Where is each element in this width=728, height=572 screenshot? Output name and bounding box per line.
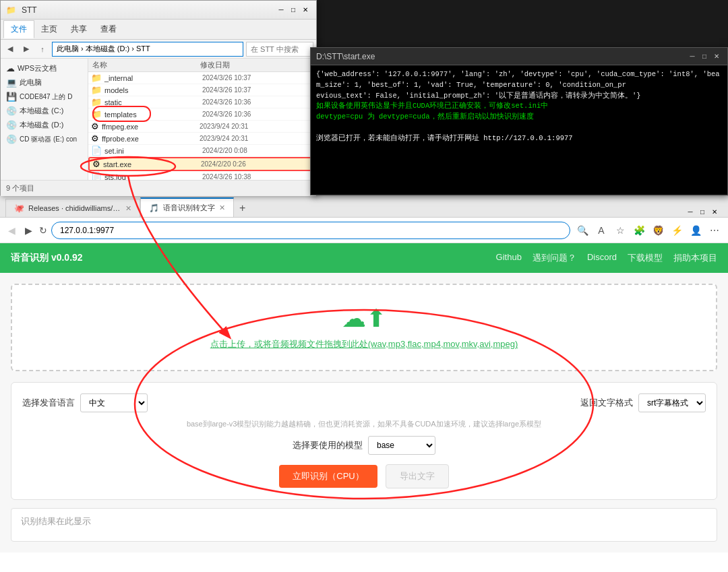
file-list-item[interactable]: 📄 sts.log 2024/3/26 10:38 — [88, 171, 316, 180]
terminal-close[interactable]: ✕ — [711, 51, 722, 62]
left-panel-item[interactable]: 💿 本地磁盘 (C:) — [1, 104, 88, 118]
close-button[interactable]: ✕ — [300, 5, 311, 15]
nav-issue[interactable]: 遇到问题？ — [533, 252, 576, 264]
disk-c-icon: 💿 — [6, 106, 17, 116]
top-controls-row: 选择发音语言 中文English日本語 返回文字格式 srt字幕格式纯文本vtt… — [22, 393, 706, 412]
action-row: 立即识别（CPU） 导出文字 — [22, 464, 706, 488]
tab-label-github: Releases · chididwilliams/buzz — [28, 204, 121, 212]
ribbon-tab-share[interactable]: 共享 — [64, 21, 94, 38]
file-list-item[interactable]: 📁 templates 2024/3/26 10:36 — [88, 108, 316, 121]
terminal-window: D:\STT\start.exe ─ □ ✕ {'web_address': '… — [310, 47, 728, 195]
terminal-line: {'web_address': '127.0.0.1:9977', 'lang'… — [316, 69, 722, 91]
nav-discord[interactable]: Discord — [587, 252, 617, 264]
file-item-icon: ⚙ — [92, 159, 100, 169]
recognize-button[interactable]: 立即识别（CPU） — [279, 465, 377, 488]
terminal-line: 如果设备使用英伟达显卡并且CUDA环境已正确安装，可修改set.ini中 — [316, 101, 722, 112]
ribbon-tab-home[interactable]: 主页 — [34, 21, 64, 38]
terminal-maximize[interactable]: □ — [699, 51, 710, 62]
address-path[interactable]: 此电脑 › 本地磁盘 (D:) › STT — [52, 42, 243, 57]
cloud-icon: ☁ — [6, 63, 15, 73]
file-item-icon: 📁 — [91, 109, 102, 119]
new-tab-button[interactable]: + — [234, 199, 251, 217]
left-panel-item[interactable]: 💿 CD 驱动器 (E:) con — [1, 132, 88, 146]
computer-icon: 💻 — [6, 77, 17, 88]
browser-close[interactable]: ✕ — [709, 206, 720, 217]
back-button[interactable]: ◀ — [3, 42, 17, 56]
left-panel-item[interactable]: 💻 此电脑 — [1, 75, 88, 90]
file-item-name: ffprobe.exe — [102, 135, 200, 143]
nav-github[interactable]: Github — [496, 252, 522, 264]
file-list-item[interactable]: 📁 models 2024/3/26 10:37 — [88, 84, 316, 96]
left-panel-item[interactable]: 💾 CODE847 上的 D — [1, 90, 88, 104]
file-item-icon: 📁 — [91, 85, 102, 95]
search-input[interactable] — [246, 42, 313, 57]
column-date: 修改日期 — [196, 59, 284, 71]
file-list-item[interactable]: ⚙ ffmpeg.exe 2023/9/24 20:31 — [88, 121, 316, 133]
forward-button[interactable]: ▶ — [20, 42, 33, 56]
format-select[interactable]: srt字幕格式纯文本vtt字幕格式 — [638, 393, 706, 412]
file-item-icon: ⚙ — [91, 133, 99, 144]
translate-icon[interactable]: A — [593, 222, 609, 239]
file-list-item[interactable]: 📁 _internal 2024/3/26 10:37 — [88, 72, 316, 84]
sync-icon[interactable]: ⚡ — [669, 222, 685, 239]
tab-bar: 🐙 Releases · chididwilliams/buzz ✕ 🎵 语音识… — [0, 196, 728, 218]
file-item-date: 2024/3/26 10:36 — [202, 98, 290, 106]
tab-close-github[interactable]: ✕ — [125, 204, 131, 213]
ribbon-tab-file[interactable]: 文件 — [3, 20, 34, 38]
browser-address-bar[interactable] — [51, 222, 570, 239]
drive-icon: 💾 — [6, 92, 17, 102]
browser-toolbar: ◀ ▶ ↻ 🔍 A ☆ 🧩 🦁 ⚡ 👤 ⋯ — [0, 218, 728, 243]
explorer-body: ☁ WPS云文档 💻 此电脑 💾 CODE847 上的 D 💿 本地磁盘 (C:… — [1, 59, 316, 180]
terminal-line: evious_text': False, 'initial_prompt_zh'… — [316, 91, 722, 102]
file-item-date: 2024/3/26 10:38 — [202, 173, 290, 180]
file-list-item[interactable]: 📁 static 2024/3/26 10:36 — [88, 96, 316, 108]
file-item-icon: 📁 — [91, 73, 102, 83]
file-item-icon: 📄 — [91, 146, 102, 156]
extension-icon[interactable]: 🧩 — [631, 222, 647, 239]
file-list-item[interactable]: ⚙ start.exe 2024/2/20 0:26 — [88, 157, 316, 171]
file-list-item[interactable]: 📄 set.ini 2024/2/20 0:08 — [88, 145, 316, 157]
browser-maximize[interactable]: □ — [697, 206, 708, 217]
file-list-header: 名称 修改日期 — [88, 59, 316, 72]
browser-tab-github[interactable]: 🐙 Releases · chididwilliams/buzz ✕ — [5, 199, 140, 217]
bookmark-icon[interactable]: ☆ — [612, 222, 628, 239]
browser-forward[interactable]: ▶ — [22, 224, 35, 237]
app-brand: 语音识别 v0.0.92 — [11, 252, 83, 264]
left-panel-item[interactable]: 💿 本地磁盘 (D:) — [1, 118, 88, 132]
upload-area[interactable]: ☁⬆ 点击上传，或将音频视频文件拖拽到此处(wav,mp3,flac,mp4,m… — [11, 284, 717, 371]
file-list: 名称 修改日期 📁 _internal 2024/3/26 10:37 📁 mo… — [88, 59, 316, 180]
cd-drive-icon: 💿 — [6, 134, 17, 144]
profile-icon[interactable]: 👤 — [688, 222, 704, 239]
file-item-name: set.ini — [104, 147, 202, 155]
model-select[interactable]: basesmallmediumlarge — [368, 436, 435, 455]
ribbon-tab-view[interactable]: 查看 — [94, 21, 123, 38]
tab-close-stt[interactable]: ✕ — [219, 203, 225, 212]
minimize-button[interactable]: ─ — [276, 5, 286, 15]
browser-tab-stt[interactable]: 🎵 语音识别转文字 ✕ — [140, 197, 234, 217]
app-content: 语音识别 v0.0.92 Github 遇到问题？ Discord 下载模型 捐… — [0, 243, 728, 552]
browser-minimize[interactable]: ─ — [685, 206, 696, 217]
browser-refresh[interactable]: ↻ — [39, 225, 47, 236]
language-label: 选择发音语言 — [22, 397, 75, 409]
terminal-line — [316, 123, 722, 133]
file-list-item[interactable]: ⚙ ffprobe.exe 2023/9/24 20:31 — [88, 133, 316, 145]
tab-favicon-github: 🐙 — [14, 203, 24, 213]
terminal-minimize[interactable]: ─ — [687, 51, 698, 62]
language-select[interactable]: 中文English日本語 — [80, 393, 148, 412]
maximize-button[interactable]: □ — [288, 5, 299, 15]
menu-icon[interactable]: ⋯ — [706, 222, 723, 239]
nav-links: Github 遇到问题？ Discord 下载模型 捐助本项目 — [496, 252, 717, 264]
file-items-container: 📁 _internal 2024/3/26 10:37 📁 models 202… — [88, 72, 316, 180]
up-button[interactable]: ↑ — [36, 42, 49, 56]
file-item-name: start.exe — [103, 160, 201, 168]
search-icon[interactable]: 🔍 — [574, 222, 590, 239]
nav-download-model[interactable]: 下载模型 — [628, 252, 663, 264]
main-content: ☁⬆ 点击上传，或将音频视频文件拖拽到此处(wav,mp3,flac,mp4,m… — [0, 273, 728, 552]
nav-donate[interactable]: 捐助本项目 — [673, 252, 717, 264]
file-item-date: 2024/2/20 0:26 — [201, 160, 289, 168]
controls-section: 选择发音语言 中文English日本語 返回文字格式 srt字幕格式纯文本vtt… — [11, 382, 717, 500]
upload-text[interactable]: 点击上传，或将音频视频文件拖拽到此处(wav,mp3,flac,mp4,mov,… — [210, 338, 518, 350]
explorer-title: STT — [22, 5, 276, 15]
left-panel-item[interactable]: ☁ WPS云文档 — [1, 61, 88, 75]
browser-back[interactable]: ◀ — [5, 224, 18, 237]
